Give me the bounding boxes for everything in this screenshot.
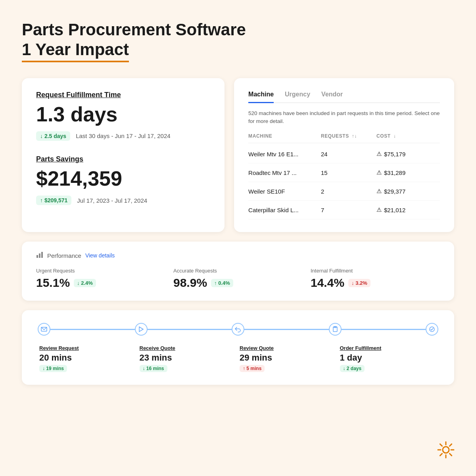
timeline-node-5 [426, 323, 438, 336]
sort-icon: ↑↓ [352, 133, 357, 139]
savings-value: $214,359 [36, 167, 210, 190]
fulfillment-date: Last 30 days - Jun 17 - Jul 17, 2024 [76, 132, 170, 139]
view-details-link[interactable]: View details [85, 252, 115, 259]
timeline-line-4 [342, 329, 426, 330]
perf-title: Performance [47, 252, 81, 259]
perf-metric-badge: ↓ 3.2% [348, 279, 370, 287]
alert-icon: ⚠ [376, 150, 382, 157]
perf-metric-value-row: 14.4% ↓ 3.2% [311, 276, 440, 290]
table-row-0[interactable]: Weiler Mtv 16 E1... 24 ⚠ $75,179 [248, 145, 440, 163]
tab-vendor[interactable]: Vendor [321, 91, 343, 103]
title-line1: Parts Procurement Software [22, 20, 246, 39]
performance-card: Performance View details Urgent Requests… [22, 242, 454, 301]
col-machine: MACHINE [248, 133, 321, 139]
svg-line-13 [440, 444, 442, 446]
table-row-1[interactable]: Roadtec Mtv 17 ... 15 ⚠ $31,289 [248, 163, 440, 182]
perf-metric-value: 98.9% [173, 276, 207, 290]
timeline-card: Review Request 20 mins ↓ 19 mins Receive… [22, 310, 454, 385]
page-container: Parts Procurement Software 1 Year Impact… [0, 0, 476, 476]
fulfillment-label: Request Fulfillment Time [36, 91, 210, 99]
machine-name: Weiler Mtv 16 E1... [248, 151, 321, 157]
savings-badge: ↑ $209,571 [36, 196, 71, 205]
machine-cost: ⚠ $29,377 [376, 188, 440, 195]
fulfillment-section: Request Fulfillment Time 1.3 days ↓ 2.5 … [36, 91, 210, 141]
machine-requests: 24 [321, 151, 376, 157]
step-value: 23 mins [140, 353, 238, 363]
timeline-node-2 [135, 323, 148, 336]
perf-metric-0: Urgent Requests 15.1% ↓ 2.4% [36, 268, 165, 290]
svg-point-8 [443, 447, 449, 453]
perf-metric-1: Accurate Requests 98.9% ↑ 0.4% [173, 268, 303, 290]
perf-metric-value: 15.1% [36, 276, 70, 290]
machine-table-rows: Weiler Mtv 16 E1... 24 ⚠ $75,179 Roadtec… [248, 145, 440, 219]
step-value: 20 mins [39, 353, 138, 363]
left-card: Request Fulfillment Time 1.3 days ↓ 2.5 … [22, 78, 225, 232]
timeline-steps: Review Request 20 mins ↓ 19 mins Receive… [38, 345, 438, 372]
timeline-node-3 [232, 323, 244, 336]
fulfillment-badge: ↓ 2.5 days [36, 131, 70, 141]
svg-rect-2 [41, 252, 43, 258]
perf-metric-label: Urgent Requests [36, 268, 165, 274]
machine-cost: ⚠ $21,012 [376, 206, 440, 213]
machine-cost: ⚠ $75,179 [376, 150, 440, 157]
machine-requests: 15 [321, 169, 376, 176]
step-badge: ↓ 2 days [340, 365, 365, 372]
step-label: Review Quote [240, 345, 338, 351]
cost-sort-icon: ↓ [393, 133, 396, 139]
perf-metric-label: Accurate Requests [173, 268, 303, 274]
machine-requests: 2 [321, 188, 376, 195]
perf-metric-value-row: 15.1% ↓ 2.4% [36, 276, 165, 290]
savings-section: Parts Savings $214,359 ↑ $209,571 Jul 17… [36, 155, 210, 205]
alert-icon: ⚠ [376, 206, 382, 213]
tab-description: 520 machines have been included in part … [248, 109, 440, 126]
cost-value: $21,012 [384, 207, 405, 213]
top-row: Request Fulfillment Time 1.3 days ↓ 2.5 … [22, 78, 454, 232]
savings-label: Parts Savings [36, 155, 210, 163]
machine-name: Roadtec Mtv 17 ... [248, 169, 321, 176]
machine-cost: ⚠ $31,289 [376, 169, 440, 176]
machine-name: Caterpillar Skid L... [248, 207, 321, 213]
table-row-2[interactable]: Weiler SE10F 2 ⚠ $29,377 [248, 182, 440, 201]
step-label: Order Fulfillment [340, 345, 439, 351]
title-line2: 1 Year Impact [22, 40, 129, 62]
perf-metrics: Urgent Requests 15.1% ↓ 2.4% Accurate Re… [36, 268, 440, 290]
tab-machine[interactable]: Machine [248, 91, 274, 103]
table-header: MACHINE REQUESTS ↑↓ COST ↓ [248, 133, 440, 143]
svg-line-16 [440, 453, 442, 455]
alert-icon: ⚠ [376, 188, 382, 195]
timeline-step-2: Review Quote 29 mins ↑ 5 mins [238, 345, 338, 372]
svg-rect-0 [36, 255, 38, 258]
gear-logo [436, 440, 455, 459]
page-title: Parts Procurement Software 1 Year Impact [22, 20, 454, 62]
step-label: Receive Quote [140, 345, 238, 351]
timeline-node-1 [38, 323, 50, 336]
step-badge: ↓ 19 mins [39, 365, 67, 372]
svg-marker-4 [139, 327, 143, 332]
perf-metric-value: 14.4% [311, 276, 344, 290]
step-label: Review Request [39, 345, 138, 351]
machine-requests: 7 [321, 207, 376, 213]
step-value: 29 mins [240, 353, 338, 363]
perf-metric-2: Internal Fulfillment 14.4% ↓ 3.2% [311, 268, 440, 290]
cost-value: $29,377 [384, 188, 405, 195]
svg-point-7 [430, 327, 434, 332]
step-value: 1 day [340, 353, 439, 363]
bar-chart-icon [36, 251, 43, 260]
step-badge: ↑ 5 mins [240, 365, 265, 372]
fulfillment-value: 1.3 days [36, 103, 210, 126]
svg-rect-1 [39, 253, 40, 258]
col-cost: COST ↓ [376, 133, 440, 139]
perf-header: Performance View details [36, 251, 440, 260]
tab-urgency[interactable]: Urgency [285, 91, 310, 103]
cost-value: $31,289 [384, 169, 405, 176]
alert-icon: ⚠ [376, 169, 382, 176]
step-badge: ↓ 16 mins [140, 365, 167, 372]
savings-badge-row: ↑ $209,571 Jul 17, 2023 - Jul 17, 2024 [36, 196, 210, 205]
table-row-3[interactable]: Caterpillar Skid L... 7 ⚠ $21,012 [248, 201, 440, 219]
cost-value: $75,179 [384, 151, 405, 157]
timeline-step-0: Review Request 20 mins ↓ 19 mins [38, 345, 138, 372]
timeline-node-4 [329, 323, 342, 336]
timeline-step-1: Receive Quote 23 mins ↓ 16 mins [138, 345, 238, 372]
timeline-track [38, 323, 438, 336]
svg-line-15 [449, 444, 451, 446]
